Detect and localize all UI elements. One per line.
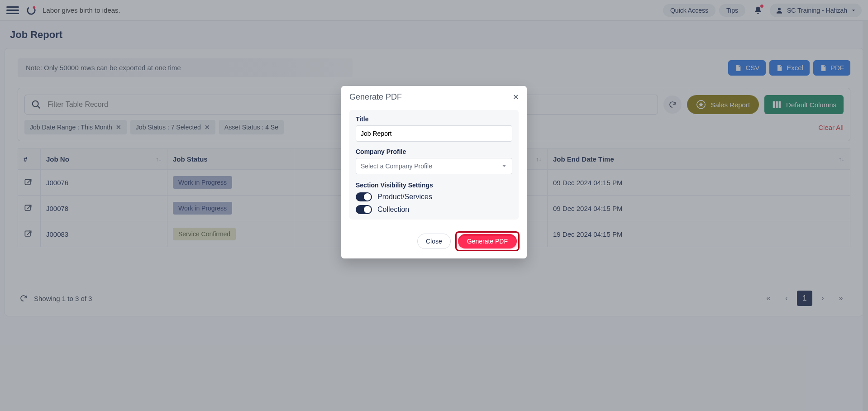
modal-title: Generate PDF [349,92,402,102]
modal-overlay: Generate PDF ✕ Title Company Profile Sel… [0,0,868,411]
generate-pdf-highlight: Generate PDF [455,231,520,251]
generate-pdf-button[interactable]: Generate PDF [458,234,517,249]
chevron-down-icon [501,163,507,169]
modal-close-button[interactable]: Close [417,234,451,249]
modal-close-icon[interactable]: ✕ [513,93,519,101]
toggle-collection-label: Collection [377,206,409,214]
title-label: Title [356,115,512,123]
company-profile-placeholder: Select a Company Profile [361,162,432,170]
pdf-title-input[interactable] [356,125,512,142]
section-visibility-label: Section Visibility Settings [356,182,512,189]
toggle-product-services-label: Product/Services [377,193,432,201]
generate-pdf-modal: Generate PDF ✕ Title Company Profile Sel… [341,86,527,258]
company-profile-select[interactable]: Select a Company Profile [356,158,512,174]
company-profile-label: Company Profile [356,148,512,155]
toggle-product-services[interactable] [356,192,372,201]
toggle-collection[interactable] [356,205,372,214]
